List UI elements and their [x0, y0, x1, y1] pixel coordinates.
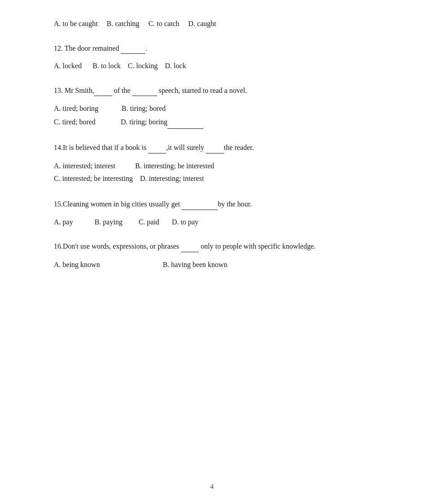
option-b-14: B. interesting; be interested [135, 162, 214, 170]
question-12-text: 12. The door remained . [54, 42, 388, 54]
option-a-16: A. being known [54, 261, 100, 268]
blank-13-end [167, 115, 203, 129]
question-12: 12. The door remained . A. locked B. to … [54, 42, 388, 72]
option-b-13: B. tiring; bored [122, 105, 166, 112]
options-row-12: A. locked B. to lock C. locking D. lock [54, 60, 388, 72]
option-b-prev: B. catching [107, 20, 140, 27]
option-a-prev: A. to be caught [54, 20, 98, 27]
page-number: 4 [210, 483, 214, 491]
options-row-13-cd: C. tired; bored D. tiring; boring [54, 115, 388, 129]
options-13: A. tired; boring B. tiring; bored C. tir… [54, 102, 388, 129]
option-b-12: B. to lock [92, 62, 121, 70]
options-14: A. interested; interest B. interesting; … [54, 160, 388, 186]
option-a-13: A. tired; boring [54, 105, 98, 112]
option-d-13: D. tiring; boring [121, 118, 203, 126]
page-content: A. to be caught B. catching C. to catch … [0, 0, 424, 504]
option-d-12: D. lock [165, 62, 186, 70]
blank-13a [94, 84, 112, 96]
question-16: 16.Don't use words, expressions, or phra… [54, 240, 388, 271]
option-c-prev: C. to catch [149, 20, 179, 27]
options-row-prev: A. to be caught B. catching C. to catch … [54, 18, 388, 30]
blank-16 [181, 240, 199, 252]
options-row-15: A. pay B. paying C. paid D. to pay [54, 216, 388, 228]
question-13-text: 13. Mr Smith, of the speech, started to … [54, 84, 388, 96]
question-15-text: 15.Cleaning women in big cities usually … [54, 198, 388, 210]
options-row-13-ab: A. tired; boring B. tiring; bored [54, 102, 388, 115]
prev-question-options: A. to be caught B. catching C. to catch … [54, 18, 388, 30]
option-c-14: C. interested; be interesting [54, 175, 133, 182]
blank-14b [206, 141, 224, 153]
options-row-14-ab: A. interested; interest B. interesting; … [54, 160, 388, 173]
blank-12 [121, 42, 145, 54]
option-c-12: C. locking [128, 62, 158, 70]
question-16-text: 16.Don't use words, expressions, or phra… [54, 240, 388, 252]
option-b-16: B. having been known [163, 261, 227, 268]
blank-13b [132, 84, 157, 96]
option-b-15: B. paying [95, 218, 122, 226]
option-d-prev: D. caught [188, 20, 216, 27]
options-row-16-ab: A. being known B. having been known [54, 259, 388, 272]
blank-14a [148, 141, 166, 153]
option-a-14: A. interested; interest [54, 162, 115, 170]
question-14: 14.It is believed that if a book is ,it … [54, 141, 388, 185]
option-a-12: A. locked [54, 62, 82, 70]
option-d-14: D. interesting; interest [140, 175, 204, 182]
blank-15 [182, 198, 218, 210]
question-14-text: 14.It is believed that if a book is ,it … [54, 141, 388, 153]
options-16: A. being known B. having been known [54, 259, 388, 272]
option-a-15: A. pay [54, 218, 73, 226]
question-15: 15.Cleaning women in big cities usually … [54, 198, 388, 228]
question-13: 13. Mr Smith, of the speech, started to … [54, 84, 388, 129]
option-c-15: C. paid [139, 218, 159, 226]
option-d-15: D. to pay [172, 218, 198, 226]
option-c-13: C. tired; bored [54, 118, 96, 126]
options-row-14-cd: C. interested; be interesting D. interes… [54, 172, 388, 185]
